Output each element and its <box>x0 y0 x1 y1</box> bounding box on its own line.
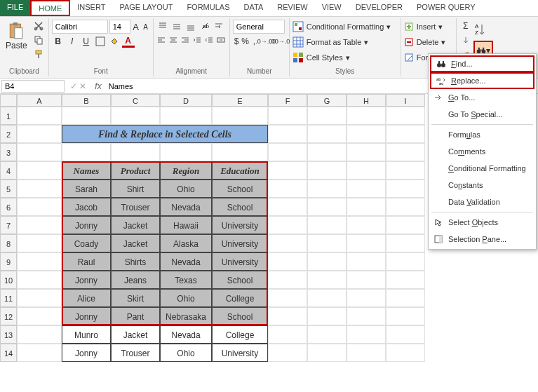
cell-E1[interactable] <box>212 107 268 125</box>
align-center-button[interactable] <box>168 34 179 46</box>
cell-E7[interactable]: University <box>212 216 268 234</box>
cell-A9[interactable] <box>17 252 62 271</box>
cell-F2[interactable] <box>268 125 307 143</box>
cell-styles-button[interactable]: Cell Styles ▾ <box>292 50 398 65</box>
cell-E12[interactable]: School <box>212 307 268 325</box>
cell-I5[interactable] <box>386 180 425 198</box>
cell-D10[interactable]: Texas <box>160 271 212 289</box>
row-header-5[interactable]: 5 <box>0 180 17 198</box>
shrink-font-button[interactable]: A <box>142 20 150 33</box>
cell-B14[interactable]: Jonny <box>62 344 111 362</box>
cell-I8[interactable] <box>386 234 425 252</box>
cell-H3[interactable] <box>347 143 386 161</box>
row-header-12[interactable]: 12 <box>0 307 17 325</box>
cell-D9[interactable]: Nevada <box>160 252 212 271</box>
menu-replace[interactable]: abac Replace... <box>430 72 534 89</box>
cell-I10[interactable] <box>386 271 425 289</box>
col-header-H[interactable]: H <box>347 94 386 107</box>
cut-button[interactable] <box>32 20 46 32</box>
row-header-4[interactable]: 4 <box>0 161 17 180</box>
percent-button[interactable]: % <box>241 35 249 48</box>
cell-F3[interactable] <box>268 143 307 161</box>
cell-I13[interactable] <box>386 325 425 344</box>
font-size-select[interactable] <box>109 20 130 34</box>
row-header-7[interactable]: 7 <box>0 216 17 234</box>
underline-button[interactable]: U <box>80 35 93 48</box>
cell-C7[interactable]: Jacket <box>111 216 160 234</box>
cell-G7[interactable] <box>307 216 347 234</box>
cell-G10[interactable] <box>307 271 347 289</box>
cell-D11[interactable]: Ohio <box>160 289 212 307</box>
row-header-8[interactable]: 8 <box>0 234 17 252</box>
row-header-9[interactable]: 9 <box>0 252 17 271</box>
cell-A10[interactable] <box>17 271 62 289</box>
tab-view[interactable]: VIEW <box>315 0 349 16</box>
cell-I6[interactable] <box>386 198 425 216</box>
fx-buttons[interactable]: ✓ ✕ <box>66 81 90 91</box>
copy-button[interactable] <box>32 34 46 46</box>
cell-B11[interactable]: Alice <box>62 289 111 307</box>
menu-formulas[interactable]: Formulas <box>429 126 536 143</box>
fill-color-button[interactable] <box>108 35 121 48</box>
cell-D4[interactable]: Region <box>160 161 212 180</box>
sort-filter-button[interactable]: AZ <box>473 20 486 39</box>
cell-F5[interactable] <box>268 180 307 198</box>
cell-I2[interactable] <box>386 125 425 143</box>
cell-C3[interactable] <box>111 143 160 161</box>
cell-B2[interactable]: Find & Replace in Selected Cells <box>62 125 268 143</box>
cell-H8[interactable] <box>347 234 386 252</box>
grow-font-button[interactable]: A <box>132 20 140 33</box>
cell-C13[interactable]: Jacket <box>111 325 160 344</box>
cell-H4[interactable] <box>347 161 386 180</box>
cell-F13[interactable] <box>268 325 307 344</box>
cell-F14[interactable] <box>268 344 307 362</box>
font-color-button[interactable]: A <box>122 35 135 48</box>
col-header-F[interactable]: F <box>268 94 307 107</box>
col-header-I[interactable]: I <box>386 94 425 107</box>
row-header-11[interactable]: 11 <box>0 289 17 307</box>
cell-F6[interactable] <box>268 198 307 216</box>
orientation-button[interactable]: ab <box>199 20 211 32</box>
cell-I1[interactable] <box>386 107 425 125</box>
delete-cells-button[interactable]: Delete ▾ <box>404 35 453 49</box>
menu-goto[interactable]: Go To... <box>429 89 536 106</box>
col-header-E[interactable]: E <box>212 94 268 107</box>
italic-button[interactable]: I <box>66 35 79 48</box>
cell-D6[interactable]: Nevada <box>160 198 212 216</box>
cell-A2[interactable] <box>17 125 62 143</box>
col-header-D[interactable]: D <box>160 94 212 107</box>
align-bottom-button[interactable] <box>184 20 197 32</box>
align-top-button[interactable] <box>156 20 169 32</box>
cell-D5[interactable]: Ohio <box>160 180 212 198</box>
cell-H11[interactable] <box>347 289 386 307</box>
cell-A8[interactable] <box>17 234 62 252</box>
cell-A6[interactable] <box>17 198 62 216</box>
wrap-text-button[interactable] <box>213 20 225 32</box>
cell-G13[interactable] <box>307 325 347 344</box>
cell-C1[interactable] <box>111 107 160 125</box>
cell-H7[interactable] <box>347 216 386 234</box>
cell-I4[interactable] <box>386 161 425 180</box>
cell-H13[interactable] <box>347 325 386 344</box>
currency-button[interactable]: $ <box>233 35 241 48</box>
menu-comments[interactable]: Comments <box>429 143 536 160</box>
cell-E5[interactable]: School <box>212 180 268 198</box>
cell-I7[interactable] <box>386 216 425 234</box>
cell-B6[interactable]: Jacob <box>62 198 111 216</box>
row-header-2[interactable]: 2 <box>0 125 17 143</box>
row-header-13[interactable]: 13 <box>0 325 17 344</box>
cell-D3[interactable] <box>160 143 212 161</box>
border-button[interactable] <box>94 35 107 48</box>
cell-B1[interactable] <box>62 107 111 125</box>
cell-H1[interactable] <box>347 107 386 125</box>
cell-B8[interactable]: Coady <box>62 234 111 252</box>
cell-F4[interactable] <box>268 161 307 180</box>
cell-H6[interactable] <box>347 198 386 216</box>
cell-D12[interactable]: Nebrasaka <box>160 307 212 325</box>
tab-data[interactable]: DATA <box>237 0 271 16</box>
fill-button[interactable] <box>459 34 472 46</box>
tab-review[interactable]: REVIEW <box>270 0 314 16</box>
cell-B9[interactable]: Raul <box>62 252 111 271</box>
col-header-B[interactable]: B <box>62 94 111 107</box>
cell-D13[interactable]: Nevada <box>160 325 212 344</box>
